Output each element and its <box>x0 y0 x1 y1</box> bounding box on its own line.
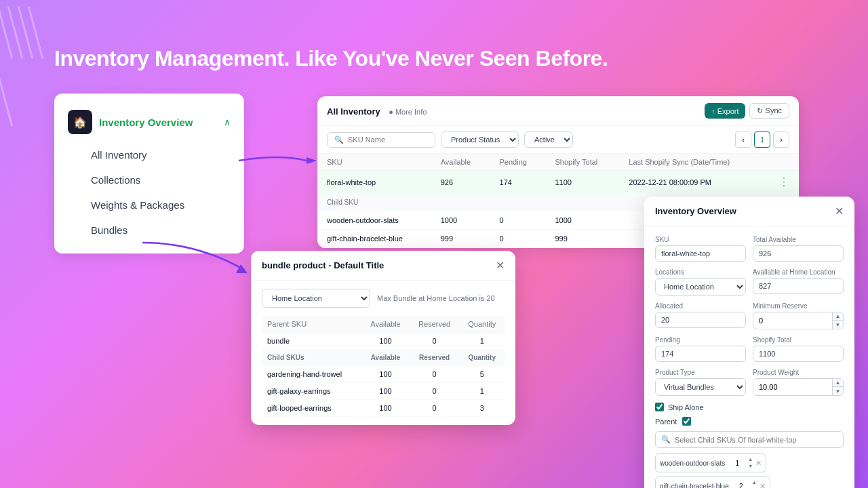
field-total-available: Total Available <box>753 236 844 262</box>
field-pending: Pending <box>655 336 746 362</box>
field-sku: SKU <box>655 236 746 262</box>
cell-available: 1000 <box>431 211 490 230</box>
location-select[interactable]: Home Location <box>262 289 370 308</box>
available-home-input[interactable] <box>753 278 844 294</box>
gift-chain-increment[interactable]: ▲ <box>752 479 757 486</box>
locations-select[interactable]: Home Location <box>655 278 746 296</box>
sidebar-item-collections[interactable]: Collections <box>54 167 244 192</box>
allocated-label: Allocated <box>655 302 746 310</box>
col-available: Available <box>431 154 490 171</box>
col-shopify-total: Shopify Total <box>545 154 619 171</box>
total-available-input[interactable] <box>753 245 844 262</box>
parent-row: Parent <box>655 417 844 426</box>
export-button[interactable]: ↑ Export <box>705 103 745 119</box>
allocated-input[interactable] <box>655 312 746 328</box>
arrow-right-icon <box>239 150 320 175</box>
form-grid-2: Locations Home Location Available at Hom… <box>655 268 844 296</box>
current-page: 1 <box>754 131 770 148</box>
cell-shopify-total: 999 <box>545 230 619 248</box>
cell-shopify-total: 1000 <box>545 211 619 230</box>
search-input[interactable] <box>348 136 429 144</box>
ship-alone-checkbox[interactable] <box>655 403 664 411</box>
ship-alone-row: Ship Alone <box>655 403 844 411</box>
cell-sku: wooden-outdoor-slats <box>317 211 431 230</box>
min-reserve-label: Minimum Reserve <box>753 302 844 310</box>
table-row: floral-white-top 926 174 1100 2022-12-21… <box>317 171 799 194</box>
wooden-decrement[interactable]: ▼ <box>748 463 753 470</box>
sku-tag-qty-gift-chain-input[interactable] <box>732 483 751 489</box>
bundle-col-parent-sku: Parent SKU <box>262 316 361 333</box>
product-status-filter[interactable]: Product Status <box>441 131 519 148</box>
chevron-up-icon[interactable]: ∧ <box>224 117 231 127</box>
product-weight-increment[interactable]: ▲ <box>832 379 843 387</box>
svg-marker-0 <box>307 157 317 164</box>
child-sku-section-header: Child SKUs Available Reserved Quantity <box>262 350 505 366</box>
wooden-increment[interactable]: ▲ <box>748 456 753 463</box>
search-icon: 🔍 <box>334 136 344 144</box>
product-type-select[interactable]: Virtual Bundles <box>655 378 746 396</box>
gift-chain-stepper: ▲ ▼ <box>752 479 757 488</box>
field-product-type: Product Type Virtual Bundles <box>655 369 746 396</box>
child-sku-cell: gift-looped-earrings <box>262 400 361 417</box>
pending-input[interactable] <box>655 346 746 362</box>
remove-gift-chain-button[interactable]: ✕ <box>760 482 766 489</box>
sku-search-box[interactable]: 🔍 <box>327 132 435 148</box>
min-reserve-stepper-btns: ▲ ▼ <box>832 312 843 329</box>
bundle-parent-row: bundle 100 0 1 <box>262 333 505 350</box>
remove-wooden-button[interactable]: ✕ <box>755 459 762 468</box>
sync-button[interactable]: ↻ Sync <box>749 103 789 119</box>
product-weight-label: Product Weight <box>753 369 844 376</box>
bundle-modal-close-button[interactable]: ✕ <box>496 259 505 272</box>
product-type-label: Product Type <box>655 369 746 376</box>
parent-checkbox[interactable] <box>682 417 691 426</box>
parent-label: Parent <box>655 418 677 426</box>
sidebar-item-all-inventory[interactable]: All Inventory <box>54 142 244 167</box>
sku-tag-wooden: wooden-outdoor-slats ▲ ▼ ✕ <box>655 453 766 472</box>
wooden-stepper: ▲ ▼ <box>748 456 753 470</box>
min-reserve-decrement[interactable]: ▼ <box>832 321 843 329</box>
sidebar-item-weights-packages[interactable]: Weights & Packages <box>54 192 244 218</box>
page-title: Inventory Management. Like You've Never … <box>54 46 608 71</box>
arrow-down-bundle-icon <box>136 236 258 279</box>
cell-pending: 0 <box>490 211 546 230</box>
bundle-col-quantity: Quantity <box>459 316 505 333</box>
active-filter[interactable]: Active <box>524 131 573 148</box>
search-child-box[interactable]: 🔍 <box>655 431 844 448</box>
inv-modal-close-button[interactable]: ✕ <box>835 205 844 218</box>
bundle-child-row: gift-looped-earrings 100 0 3 <box>262 400 505 417</box>
search-child-input[interactable] <box>675 436 837 444</box>
product-weight-input[interactable] <box>753 380 832 394</box>
location-row: Home Location Max Bundle at Home Locatio… <box>262 289 505 308</box>
sidebar-title: Inventory Overview <box>99 117 193 128</box>
min-reserve-increment[interactable]: ▲ <box>832 312 843 321</box>
child-sku-tags: wooden-outdoor-slats ▲ ▼ ✕ gift-chain-br… <box>655 453 844 488</box>
sku-input[interactable] <box>655 245 746 262</box>
min-reserve-input[interactable] <box>753 313 832 328</box>
sidebar-header-left: 🏠 Inventory Overview <box>68 110 193 134</box>
shopify-total-input[interactable] <box>753 346 844 362</box>
cell-last-sync: 2022-12-21 08:00:09 PM <box>619 171 763 194</box>
panel-actions: ↑ Export ↻ Sync <box>705 103 789 119</box>
panel-title-group: All Inventory ● More Info <box>327 105 427 117</box>
inv-overview-modal: Inventory Overview ✕ SKU Total Available… <box>644 197 854 488</box>
child-quantity-label: Quantity <box>459 350 505 366</box>
child-sku-cell: gardening-hand-trowel <box>262 366 361 383</box>
panel-title: All Inventory <box>327 106 380 117</box>
row-more-button[interactable]: ⋮ <box>778 176 789 188</box>
prev-page-button[interactable]: ‹ <box>735 131 751 148</box>
pending-label: Pending <box>655 336 746 344</box>
cell-available: 999 <box>431 230 490 248</box>
next-page-button[interactable]: › <box>773 131 789 148</box>
product-weight-decrement[interactable]: ▼ <box>832 387 843 395</box>
child-available-label: Available <box>361 350 410 366</box>
max-bundle-text: Max Bundle at Home Location is 20 <box>377 294 495 302</box>
cell-sku: gift-chain-bracelet-blue <box>317 230 431 248</box>
bundle-parent-sku: bundle <box>262 333 361 350</box>
cell-pending: 174 <box>490 171 546 194</box>
bundle-modal-title: bundle product - Default Title <box>262 260 384 270</box>
more-info-link[interactable]: ● More Info <box>389 108 427 116</box>
inv-modal-body: SKU Total Available Locations Home Locat… <box>644 226 854 488</box>
cell-available: 926 <box>431 171 490 194</box>
pagination: ‹ 1 › <box>735 131 789 148</box>
sku-tag-qty-wooden-input[interactable] <box>728 460 747 467</box>
